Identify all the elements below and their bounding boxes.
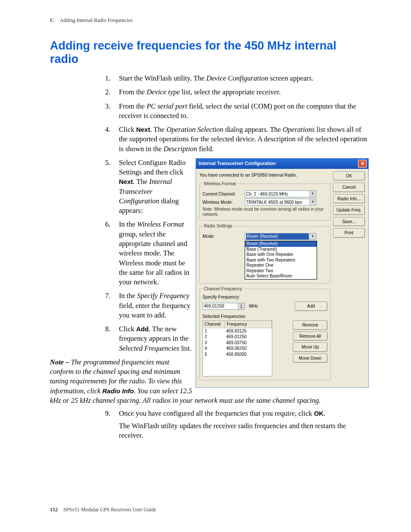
step-5: Select Configure Radio Settings and then…	[50, 158, 368, 216]
note-label: Note –	[50, 358, 71, 366]
step-8: Click Add. The new frequency appears in …	[50, 324, 368, 353]
step-6: In the Wireless Format group, select the…	[50, 220, 368, 287]
step-2: From the Device type list, select the ap…	[50, 87, 368, 97]
book-title: SPSx51 Modular GPS Receivers User Guide	[63, 507, 156, 513]
step-4: Click Next. The Operation Selection dial…	[50, 125, 368, 154]
step-3: From the PC serial port field, select th…	[50, 102, 368, 121]
step-1: Start the WinFlash utility. The Device C…	[50, 74, 368, 83]
step-9: Once you have configured all the frequen…	[50, 409, 368, 440]
step-7: In the Specify Frequency field, enter th…	[50, 291, 368, 320]
section-name: Adding Internal Radio Frequencies	[60, 17, 133, 24]
appendix-letter: C	[50, 17, 54, 24]
running-footer: 152 SPSx51 Modular GPS Receivers User Gu…	[50, 507, 156, 513]
page-title: Adding receive frequencies for the 450 M…	[50, 39, 368, 66]
running-header: C Adding Internal Radio Frequencies	[50, 17, 368, 24]
page-number: 152	[50, 507, 58, 513]
move-down-button[interactable]: Move Down	[293, 354, 327, 363]
